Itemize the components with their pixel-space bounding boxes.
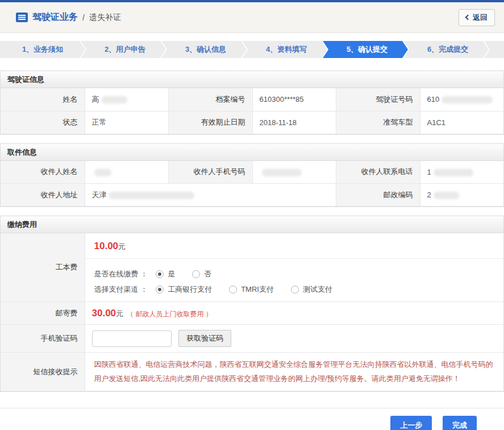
sms-warning-text: 因陕西省联通、电信运营商技术问题，陕西省互联网交通安全综合服务管理平台无法向持陕… [85, 353, 504, 391]
radio-unselected-icon[interactable] [192, 270, 200, 278]
field-label: 邮寄费 [1, 302, 85, 325]
step-tab-2[interactable]: 2、用户申告 [81, 41, 166, 58]
field-label: 收件人姓名 [1, 161, 85, 184]
price-value: 30.00 [92, 308, 116, 319]
step-tab-4[interactable]: 4、资料填写 [242, 41, 327, 58]
previous-step-button[interactable]: 上一步 [390, 416, 432, 430]
radio-unselected-icon[interactable] [229, 286, 237, 293]
radio-label: TMRI支付 [241, 284, 274, 295]
redaction-blur [434, 169, 473, 176]
pickup-info-table: 收件人姓名 收件人手机号码 收件人联系电话 1 收件人地址 天津 邮政编码 2 [1, 161, 503, 207]
fee-note: （ 邮政人员上门收取费用 ） [127, 310, 213, 318]
field-value: 2018-11-18 [252, 111, 336, 134]
field-label: 收件人地址 [1, 184, 85, 206]
back-button[interactable]: 返回 [459, 9, 495, 26]
step-label: 1、业务须知 [22, 44, 63, 55]
table-row: 邮寄费 30.00元（ 邮政人员上门收取费用 ） [1, 302, 503, 325]
payment-options: 是否在线缴费 ： 是 否 选择支付渠道 ： [85, 259, 504, 301]
step-tab-3[interactable]: 3、确认信息 [161, 41, 247, 58]
fees-section: 缴纳费用 工本费 10.00元 是否在线缴费 ： 是 [0, 216, 504, 392]
field-value: 610 [420, 88, 503, 111]
back-button-label: 返回 [473, 13, 488, 23]
field-value: 610300****85 [252, 88, 336, 111]
field-label: 收件人手机号码 [168, 161, 252, 184]
page-title: 驾驶证业务 [32, 11, 78, 23]
table-row: 状态 正常 有效期止日期 2018-11-18 准驾车型 A1C1 [1, 111, 503, 134]
radio-option-test[interactable]: 测试支付 [291, 284, 332, 295]
question-label: 是否在线缴费 ： [94, 269, 148, 279]
online-pay-question: 是否在线缴费 ： 是 否 [94, 269, 495, 279]
radio-label: 是 [168, 269, 175, 279]
field-label: 档案编号 [168, 88, 252, 111]
redaction-blur [109, 192, 194, 199]
step-label: 4、资料填写 [266, 44, 307, 55]
step-tab-5-active[interactable]: 5、确认提交 [323, 41, 408, 58]
price-unit: 元 [116, 309, 123, 318]
table-row: 收件人姓名 收件人手机号码 收件人联系电话 1 [1, 161, 503, 184]
radio-label: 工商银行支付 [168, 284, 212, 295]
radio-selected-icon[interactable] [156, 270, 164, 278]
pickup-info-section: 取件信息 收件人姓名 收件人手机号码 收件人联系电话 1 收件人地址 天津 邮政… [0, 143, 504, 208]
field-label: 有效期止日期 [168, 111, 252, 134]
get-captcha-button[interactable]: 获取验证码 [178, 330, 231, 347]
breadcrumb-separator: / [82, 13, 85, 22]
field-label: 驾驶证号码 [336, 88, 420, 111]
field-label: 短信接收提示 [1, 353, 85, 391]
field-label: 工本费 [1, 233, 85, 302]
chevron-left-icon [465, 15, 471, 20]
field-value: 高 [85, 88, 168, 111]
section-title: 缴纳费用 [1, 216, 503, 233]
redaction-blur [94, 169, 111, 176]
license-info-table: 姓名 高 档案编号 610300****85 驾驶证号码 610 状态 正常 有… [1, 88, 503, 134]
redaction-blur [434, 192, 459, 199]
redaction-blur [102, 96, 127, 104]
license-business-icon [16, 13, 28, 22]
question-label: 选择支付渠道 ： [94, 284, 148, 295]
production-fee-amount: 10.00元 [85, 233, 504, 259]
section-title: 驾驶证信息 [1, 71, 503, 88]
breadcrumb-current: 遗失补证 [89, 13, 121, 23]
step-label: 2、用户申告 [105, 44, 145, 55]
step-progress-bar: 1、业务须知 2、用户申告 3、确认信息 4、资料填写 5、确认提交 6、完成提… [0, 41, 504, 58]
section-title: 取件信息 [1, 144, 503, 161]
step-label: 6、完成提交 [427, 44, 468, 55]
field-label: 收件人联系电话 [336, 161, 420, 184]
step-label: 3、确认信息 [185, 44, 226, 55]
table-row: 手机验证码 获取验证码 [1, 325, 503, 353]
step-label: 5、确认提交 [347, 44, 388, 55]
field-value [252, 161, 336, 184]
radio-unselected-icon[interactable] [291, 286, 299, 293]
fees-table: 工本费 10.00元 是否在线缴费 ： 是 否 [1, 233, 503, 391]
field-value: 正常 [85, 111, 168, 134]
mailing-fee-amount: 30.00元（ 邮政人员上门收取费用 ） [85, 302, 503, 325]
radio-option-tmri[interactable]: TMRI支付 [229, 284, 274, 295]
radio-selected-icon[interactable] [156, 286, 164, 293]
field-value: A1C1 [420, 111, 503, 134]
field-label: 状态 [1, 111, 85, 134]
table-row: 收件人地址 天津 邮政编码 2 [1, 184, 503, 206]
field-value: 2 [420, 184, 503, 206]
field-value: 1 [420, 161, 503, 184]
redaction-blur [262, 169, 302, 176]
field-label: 准驾车型 [336, 111, 420, 134]
radio-label: 测试支付 [303, 284, 332, 295]
field-value [85, 161, 168, 184]
pay-channel-question: 选择支付渠道 ： 工商银行支付 TMRI支付 测试支付 [94, 284, 495, 295]
page-header: 驾驶证业务 / 遗失补证 返回 [0, 2, 504, 33]
table-row: 工本费 10.00元 是否在线缴费 ： 是 否 [1, 233, 503, 302]
radio-option-icbc[interactable]: 工商银行支付 [156, 284, 212, 295]
step-tab-1[interactable]: 1、业务须知 [0, 41, 85, 58]
step-tab-6[interactable]: 6、完成提交 [403, 41, 489, 58]
radio-option-no[interactable]: 否 [192, 269, 211, 279]
radio-label: 否 [204, 269, 211, 279]
field-label: 姓名 [1, 88, 85, 111]
table-row: 短信接收提示 因陕西省联通、电信运营商技术问题，陕西省互联网交通安全综合服务管理… [1, 353, 503, 391]
footer-actions: 上一步 完成 [0, 408, 504, 430]
price-value: 10.00 [94, 241, 119, 251]
captcha-input[interactable] [92, 330, 172, 347]
radio-option-yes[interactable]: 是 [156, 269, 175, 279]
finish-button[interactable]: 完成 [443, 416, 477, 430]
field-value: 天津 [85, 184, 336, 206]
table-row: 姓名 高 档案编号 610300****85 驾驶证号码 610 [1, 88, 503, 111]
price-unit: 元 [118, 242, 126, 251]
